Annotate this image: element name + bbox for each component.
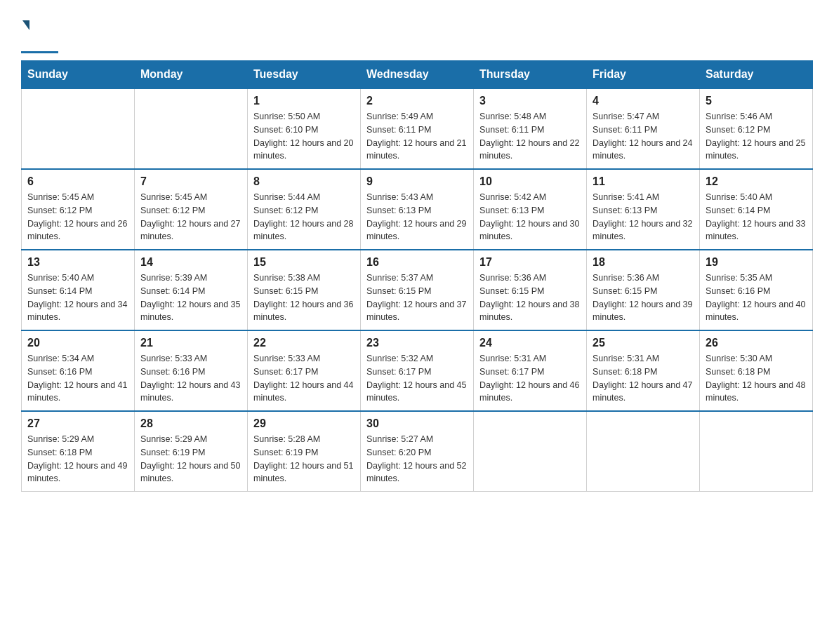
day-number: 5 bbox=[706, 95, 807, 107]
day-info: Sunrise: 5:30 AMSunset: 6:18 PMDaylight:… bbox=[706, 352, 807, 405]
calendar-cell: 16Sunrise: 5:37 AMSunset: 6:15 PMDayligh… bbox=[361, 250, 474, 330]
calendar-cell bbox=[22, 88, 135, 169]
calendar-cell: 7Sunrise: 5:45 AMSunset: 6:12 PMDaylight… bbox=[135, 169, 248, 250]
day-info: Sunrise: 5:31 AMSunset: 6:18 PMDaylight:… bbox=[593, 352, 694, 405]
day-number: 28 bbox=[140, 417, 241, 430]
calendar-cell: 28Sunrise: 5:29 AMSunset: 6:19 PMDayligh… bbox=[135, 411, 248, 492]
day-number: 13 bbox=[27, 256, 128, 269]
calendar-week-1: 1Sunrise: 5:50 AMSunset: 6:10 PMDaylight… bbox=[22, 88, 813, 169]
day-number: 29 bbox=[253, 417, 355, 430]
day-info: Sunrise: 5:47 AMSunset: 6:11 PMDaylight:… bbox=[593, 110, 694, 163]
calendar-cell: 21Sunrise: 5:33 AMSunset: 6:16 PMDayligh… bbox=[135, 330, 248, 411]
day-info: Sunrise: 5:33 AMSunset: 6:16 PMDaylight:… bbox=[140, 352, 241, 405]
calendar-cell: 20Sunrise: 5:34 AMSunset: 6:16 PMDayligh… bbox=[22, 330, 135, 411]
calendar-cell: 17Sunrise: 5:36 AMSunset: 6:15 PMDayligh… bbox=[474, 250, 587, 330]
day-number: 30 bbox=[366, 417, 468, 430]
calendar-cell: 14Sunrise: 5:39 AMSunset: 6:14 PMDayligh… bbox=[135, 250, 248, 330]
weekday-header-wednesday: Wednesday bbox=[361, 61, 474, 89]
calendar-cell bbox=[135, 88, 248, 169]
weekday-header-saturday: Saturday bbox=[700, 61, 813, 89]
calendar-cell: 3Sunrise: 5:48 AMSunset: 6:11 PMDaylight… bbox=[474, 88, 587, 169]
calendar-cell: 22Sunrise: 5:33 AMSunset: 6:17 PMDayligh… bbox=[248, 330, 361, 411]
day-info: Sunrise: 5:39 AMSunset: 6:14 PMDaylight:… bbox=[140, 271, 241, 324]
day-number: 25 bbox=[593, 337, 694, 349]
day-number: 17 bbox=[479, 256, 581, 269]
day-info: Sunrise: 5:36 AMSunset: 6:15 PMDaylight:… bbox=[479, 271, 581, 324]
calendar-cell: 26Sunrise: 5:30 AMSunset: 6:18 PMDayligh… bbox=[700, 330, 813, 411]
day-info: Sunrise: 5:43 AMSunset: 6:13 PMDaylight:… bbox=[366, 191, 468, 243]
day-number: 3 bbox=[479, 95, 581, 107]
day-number: 16 bbox=[366, 256, 468, 269]
calendar-cell: 8Sunrise: 5:44 AMSunset: 6:12 PMDaylight… bbox=[248, 169, 361, 250]
day-number: 21 bbox=[140, 337, 241, 349]
logo-underline bbox=[21, 51, 58, 53]
calendar-table: SundayMondayTuesdayWednesdayThursdayFrid… bbox=[21, 60, 813, 492]
day-number: 18 bbox=[593, 256, 694, 269]
weekday-header-monday: Monday bbox=[135, 61, 248, 89]
calendar-cell: 24Sunrise: 5:31 AMSunset: 6:17 PMDayligh… bbox=[474, 330, 587, 411]
day-number: 26 bbox=[706, 337, 807, 349]
calendar-cell: 25Sunrise: 5:31 AMSunset: 6:18 PMDayligh… bbox=[587, 330, 700, 411]
calendar-cell bbox=[587, 411, 700, 492]
day-info: Sunrise: 5:33 AMSunset: 6:17 PMDaylight:… bbox=[253, 352, 355, 405]
day-number: 1 bbox=[253, 95, 355, 107]
day-info: Sunrise: 5:41 AMSunset: 6:13 PMDaylight:… bbox=[593, 191, 694, 243]
day-info: Sunrise: 5:44 AMSunset: 6:12 PMDaylight:… bbox=[253, 191, 355, 243]
day-number: 6 bbox=[27, 175, 128, 188]
day-info: Sunrise: 5:45 AMSunset: 6:12 PMDaylight:… bbox=[140, 191, 241, 243]
calendar-cell: 18Sunrise: 5:36 AMSunset: 6:15 PMDayligh… bbox=[587, 250, 700, 330]
calendar-week-3: 13Sunrise: 5:40 AMSunset: 6:14 PMDayligh… bbox=[22, 250, 813, 330]
day-info: Sunrise: 5:37 AMSunset: 6:15 PMDaylight:… bbox=[366, 271, 468, 324]
day-info: Sunrise: 5:40 AMSunset: 6:14 PMDaylight:… bbox=[27, 271, 128, 324]
day-number: 22 bbox=[253, 337, 355, 349]
day-info: Sunrise: 5:29 AMSunset: 6:18 PMDaylight:… bbox=[27, 433, 128, 485]
day-number: 4 bbox=[593, 95, 694, 107]
day-number: 24 bbox=[479, 337, 581, 349]
day-info: Sunrise: 5:45 AMSunset: 6:12 PMDaylight:… bbox=[27, 191, 128, 243]
weekday-header-friday: Friday bbox=[587, 61, 700, 89]
day-number: 20 bbox=[27, 337, 128, 349]
calendar-cell: 15Sunrise: 5:38 AMSunset: 6:15 PMDayligh… bbox=[248, 250, 361, 330]
logo bbox=[21, 18, 58, 53]
weekday-header-tuesday: Tuesday bbox=[248, 61, 361, 89]
day-info: Sunrise: 5:31 AMSunset: 6:17 PMDaylight:… bbox=[479, 352, 581, 405]
day-info: Sunrise: 5:34 AMSunset: 6:16 PMDaylight:… bbox=[27, 352, 128, 405]
calendar-cell: 4Sunrise: 5:47 AMSunset: 6:11 PMDaylight… bbox=[587, 88, 700, 169]
day-info: Sunrise: 5:29 AMSunset: 6:19 PMDaylight:… bbox=[140, 433, 241, 485]
day-info: Sunrise: 5:50 AMSunset: 6:10 PMDaylight:… bbox=[253, 110, 355, 163]
page-header bbox=[21, 14, 813, 53]
day-number: 11 bbox=[593, 175, 694, 188]
day-number: 9 bbox=[366, 175, 468, 188]
calendar-cell: 23Sunrise: 5:32 AMSunset: 6:17 PMDayligh… bbox=[361, 330, 474, 411]
calendar-cell: 12Sunrise: 5:40 AMSunset: 6:14 PMDayligh… bbox=[700, 169, 813, 250]
day-number: 7 bbox=[140, 175, 241, 188]
calendar-cell: 1Sunrise: 5:50 AMSunset: 6:10 PMDaylight… bbox=[248, 88, 361, 169]
day-number: 19 bbox=[706, 256, 807, 269]
calendar-cell bbox=[700, 411, 813, 492]
day-info: Sunrise: 5:40 AMSunset: 6:14 PMDaylight:… bbox=[706, 191, 807, 243]
calendar-week-4: 20Sunrise: 5:34 AMSunset: 6:16 PMDayligh… bbox=[22, 330, 813, 411]
day-number: 23 bbox=[366, 337, 468, 349]
day-number: 15 bbox=[253, 256, 355, 269]
calendar-cell bbox=[474, 411, 587, 492]
calendar-cell: 19Sunrise: 5:35 AMSunset: 6:16 PMDayligh… bbox=[700, 250, 813, 330]
day-number: 10 bbox=[479, 175, 581, 188]
calendar-cell: 30Sunrise: 5:27 AMSunset: 6:20 PMDayligh… bbox=[361, 411, 474, 492]
calendar-week-5: 27Sunrise: 5:29 AMSunset: 6:18 PMDayligh… bbox=[22, 411, 813, 492]
day-number: 8 bbox=[253, 175, 355, 188]
calendar-week-2: 6Sunrise: 5:45 AMSunset: 6:12 PMDaylight… bbox=[22, 169, 813, 250]
day-number: 12 bbox=[706, 175, 807, 188]
day-info: Sunrise: 5:28 AMSunset: 6:19 PMDaylight:… bbox=[253, 433, 355, 485]
day-info: Sunrise: 5:46 AMSunset: 6:12 PMDaylight:… bbox=[706, 110, 807, 163]
day-number: 14 bbox=[140, 256, 241, 269]
day-info: Sunrise: 5:48 AMSunset: 6:11 PMDaylight:… bbox=[479, 110, 581, 163]
weekday-header-sunday: Sunday bbox=[22, 61, 135, 89]
day-info: Sunrise: 5:42 AMSunset: 6:13 PMDaylight:… bbox=[479, 191, 581, 243]
day-info: Sunrise: 5:49 AMSunset: 6:11 PMDaylight:… bbox=[366, 110, 468, 163]
logo-general-text2 bbox=[21, 27, 57, 50]
day-info: Sunrise: 5:27 AMSunset: 6:20 PMDaylight:… bbox=[366, 433, 468, 485]
weekday-header-thursday: Thursday bbox=[474, 61, 587, 89]
calendar-cell: 29Sunrise: 5:28 AMSunset: 6:19 PMDayligh… bbox=[248, 411, 361, 492]
calendar-header-row: SundayMondayTuesdayWednesdayThursdayFrid… bbox=[22, 61, 813, 89]
day-info: Sunrise: 5:36 AMSunset: 6:15 PMDaylight:… bbox=[593, 271, 694, 324]
